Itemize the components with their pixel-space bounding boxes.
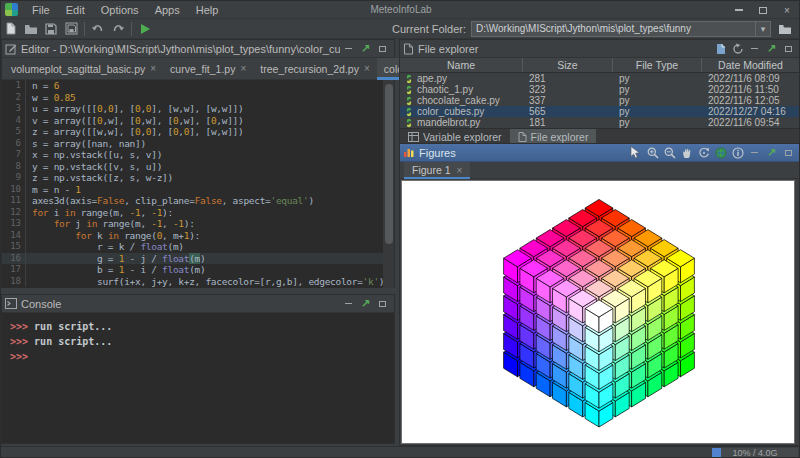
file-row-ape.py[interactable]: ape.py281py2022/11/6 08:09 [400, 73, 800, 84]
refresh-button[interactable] [729, 41, 746, 57]
current-folder-value: D:\Working\MIScript\Jython\mis\plot_type… [472, 22, 755, 36]
editor-scrollbar[interactable] [383, 80, 394, 288]
menu-apps[interactable]: Apps [147, 1, 188, 19]
figures-minimize-button[interactable] [746, 145, 763, 161]
redo-button[interactable] [108, 20, 128, 38]
select-tool-button[interactable] [627, 145, 644, 161]
window-close-button[interactable]: × [775, 1, 799, 19]
code-line-15[interactable]: 15 r = k / float(m) [2, 241, 394, 253]
browse-folder-button[interactable] [775, 20, 795, 38]
tab-figure-1[interactable]: Figure 1 × [404, 162, 470, 178]
figures-restore-button[interactable]: ↗ [763, 145, 780, 161]
code-line-1[interactable]: 1n = 6 [2, 80, 394, 92]
rotate-button[interactable] [695, 145, 712, 161]
code-line-16[interactable]: 16 g = 1 - j / float(m) [2, 253, 394, 265]
run-script-button[interactable] [135, 20, 155, 38]
current-folder-combobox[interactable]: D:\Working\MIScript\Jython\mis\plot_type… [471, 21, 771, 37]
code-line-6[interactable]: 6s = array([nan, nan]) [2, 138, 394, 150]
code-line-5[interactable]: 5z = array([[w,w], [0,0], [0,0], [w,w]]) [2, 126, 394, 138]
new-file-button[interactable] [1, 20, 21, 38]
code-line-9[interactable]: 9z = np.vstack([z, s, w-z]) [2, 172, 394, 184]
column-header-filetype[interactable]: File Type [613, 58, 702, 72]
zoom-in-button[interactable] [644, 145, 661, 161]
line-number: 15 [2, 241, 26, 253]
code-editor[interactable]: 1n = 62w = 0.853u = array([[0,0], [0,0],… [2, 80, 394, 288]
menu-file[interactable]: File [24, 1, 58, 19]
code-line-3[interactable]: 3u = array([[0,0], [0,0], [w,w], [w,w]]) [2, 103, 394, 115]
file-size: 281 [523, 73, 613, 84]
tab-file-explorer[interactable]: File explorer [510, 129, 597, 144]
code-line-10[interactable]: 10m = n - 1 [2, 184, 394, 196]
column-header-name[interactable]: Name [400, 58, 523, 72]
console-maximize-button[interactable] [374, 296, 391, 312]
menu-edit[interactable]: Edit [58, 1, 93, 19]
code-line-17[interactable]: 17 b = 1 - i / float(m) [2, 264, 394, 276]
undo-button[interactable] [88, 20, 108, 38]
file-row-color_cubes.py[interactable]: color_cubes.py565py2022/12/27 04:16 [400, 106, 800, 117]
line-number: 5 [2, 126, 26, 138]
file-row-mandelbrot.py[interactable]: mandelbrot.py181py2022/11/6 09:54 [400, 117, 800, 128]
close-icon[interactable]: × [364, 63, 370, 74]
window-maximize-button[interactable] [751, 1, 775, 19]
code-line-12[interactable]: 12for i in range(m, -1, -1): [2, 207, 394, 219]
console-line: >>> run script... [10, 319, 394, 334]
code-line-8[interactable]: 8y = np.vstack([v, s, u]) [2, 161, 394, 173]
globe-button[interactable] [712, 145, 729, 161]
file-name-cell: mandelbrot.py [400, 117, 523, 128]
file-size: 337 [523, 95, 613, 106]
save-all-button[interactable] [61, 20, 81, 38]
tab-tree-recursion-2d[interactable]: tree_recursion_2d.py× [253, 58, 377, 79]
column-header-modified[interactable]: Date Modified [702, 58, 800, 72]
code-text: w = 0.85 [26, 92, 75, 104]
menu-help[interactable]: Help [188, 1, 227, 19]
file-explorer-restore-button[interactable]: ↗ [763, 41, 780, 57]
figures-maximize-button[interactable] [780, 145, 797, 161]
file-row-chocolate_cake.py[interactable]: chocolate_cake.py337py2022/11/6 12:05 [400, 95, 800, 106]
chevron-down-icon[interactable]: ▾ [755, 22, 770, 36]
zoom-out-button[interactable] [661, 145, 678, 161]
tab-variable-explorer[interactable]: Variable explorer [400, 129, 510, 144]
new-window-button[interactable] [712, 41, 729, 57]
close-icon[interactable]: × [457, 165, 463, 176]
code-line-18[interactable]: 18 surf(i+x, j+y, k+z, facecolor=[r,g,b]… [2, 276, 394, 288]
tab-curve-fit-1[interactable]: curve_fit_1.py× [163, 58, 253, 79]
figures-title: Figures [419, 147, 627, 159]
memory-indicator[interactable]: 10% / 4.0G [712, 448, 798, 458]
editor-scrollbar-thumb[interactable] [385, 84, 393, 244]
info-icon [732, 147, 744, 159]
code-line-11[interactable]: 11axes3d(axis=False, clip_plane=False, a… [2, 195, 394, 207]
pan-button[interactable] [678, 145, 695, 161]
rgb-color-cube-plot [402, 181, 796, 445]
figure-canvas[interactable] [401, 180, 795, 444]
close-icon[interactable]: × [240, 63, 246, 74]
column-header-size[interactable]: Size [523, 58, 613, 72]
file-size: 323 [523, 84, 613, 95]
console-minimize-button[interactable] [340, 296, 357, 312]
code-line-14[interactable]: 14 for k in range(0, m+1): [2, 230, 394, 242]
redo-icon [111, 23, 125, 34]
editor-restore-button[interactable]: ↗ [357, 41, 374, 57]
tab-volumeplot-sagittal-basic[interactable]: volumeplot_sagittal_basic.py× [4, 58, 163, 79]
open-folder-button[interactable] [21, 20, 41, 38]
code-line-2[interactable]: 2w = 0.85 [2, 92, 394, 104]
identify-button[interactable] [729, 145, 746, 161]
code-line-7[interactable]: 7x = np.vstack([u, s, v]) [2, 149, 394, 161]
line-number: 1 [2, 80, 26, 92]
file-modified: 2022/12/27 04:16 [702, 106, 800, 117]
file-type: py [613, 73, 702, 84]
close-icon[interactable]: × [150, 63, 156, 74]
console-restore-button[interactable]: ↗ [357, 296, 374, 312]
menu-options[interactable]: Options [93, 1, 147, 19]
window-minimize-button[interactable] [727, 1, 751, 19]
file-explorer-maximize-button[interactable] [780, 41, 797, 57]
editor-maximize-button[interactable] [374, 41, 391, 57]
undo-icon [91, 23, 105, 34]
editor-minimize-button[interactable] [340, 41, 357, 57]
code-line-4[interactable]: 4v = array([[0,w], [0,w], [0,w], [0,w]]) [2, 115, 394, 127]
tab-label: File explorer [531, 131, 589, 143]
file-row-chaotic_1.py[interactable]: chaotic_1.py323py2022/11/6 11:50 [400, 84, 800, 95]
console-output[interactable]: >>> run script...>>> run script...>>> [2, 313, 394, 443]
save-button[interactable] [41, 20, 61, 38]
code-line-13[interactable]: 13 for j in range(m, -1, -1): [2, 218, 394, 230]
file-explorer-minimize-button[interactable] [746, 41, 763, 57]
